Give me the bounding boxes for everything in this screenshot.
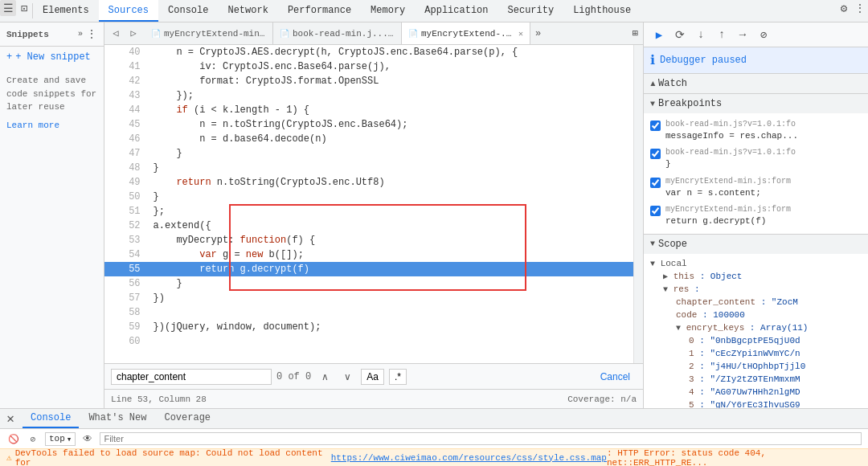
bp-2-code: } xyxy=(665,158,796,170)
console-close-icon[interactable]: ✕ xyxy=(3,411,18,426)
code-line-56: 56 } xyxy=(104,276,643,291)
tab-performance[interactable]: Performance xyxy=(278,0,361,22)
search-cancel-btn[interactable]: Cancel xyxy=(594,370,637,384)
add-snippet-button[interactable]: + + New snippet xyxy=(0,47,104,67)
scope-this[interactable]: ▶ this : Object xyxy=(663,270,862,283)
debug-step-btn[interactable]: → xyxy=(734,26,751,43)
debug-step-out-btn[interactable]: ↑ xyxy=(713,26,731,43)
code-line-46: 46 n = d.base64.decode(n) xyxy=(104,132,643,146)
breakpoint-4: myEncrytExtend-min.js:form return g.decr… xyxy=(650,202,862,230)
scope-key-5: 5 : "gN/Y6rEc3IhvuSG9 xyxy=(689,399,862,408)
bp-4-code: return g.decrypt(f) xyxy=(665,215,791,227)
bottom-tab-whats-new[interactable]: What's New xyxy=(80,409,154,428)
scope-section: ▼ Scope ▼ Local ▶ this : Object xyxy=(644,235,868,408)
tab-application[interactable]: Application xyxy=(415,0,497,22)
tab-memory[interactable]: Memory xyxy=(361,0,415,22)
snippets-more-btn[interactable]: » xyxy=(78,30,83,39)
status-coverage: Coverage: n/a xyxy=(567,394,637,404)
debug-pause-btn[interactable]: ▶ xyxy=(650,26,668,43)
bp-4-checkbox[interactable] xyxy=(650,206,661,216)
scope-encryt-keys[interactable]: ▼ encryt_keys : Array(11) xyxy=(676,321,862,334)
search-prev-btn[interactable]: ∧ xyxy=(316,368,334,386)
bp-4-file: myEncrytExtend-min.js:form xyxy=(665,204,791,215)
snippets-options-btn[interactable]: ⋮ xyxy=(86,27,97,41)
scope-label: Scope xyxy=(658,239,687,250)
console-toolbar: 🚫 ⊘ top ▾ 👁 xyxy=(0,429,868,448)
scope-res[interactable]: ▼ res : xyxy=(663,283,862,296)
debug-step-into-btn[interactable]: ↓ xyxy=(692,26,710,43)
bottom-tab-coverage[interactable]: Coverage xyxy=(156,409,219,428)
search-input[interactable] xyxy=(111,369,272,385)
console-filter-input[interactable] xyxy=(100,432,862,445)
tab-security[interactable]: Security xyxy=(498,0,564,22)
breakpoint-1: book-read-min.js?v=1.0.1:fo messageInfo … xyxy=(650,117,862,145)
breakpoint-2: book-read-min.js?v=1.0.1:fo } xyxy=(650,145,862,173)
scope-key-1: 1 : "cEcZYpi1nWVmYC/n xyxy=(689,347,862,360)
file-icon-3: 📄 xyxy=(408,29,418,39)
watch-section: ▶ Watch xyxy=(644,74,868,94)
debugger-toolbar: ▶ ⟳ ↓ ↑ → ⊘ xyxy=(644,22,868,47)
console-clear-btn[interactable]: 🚫 xyxy=(6,431,21,446)
search-regex-btn[interactable]: .* xyxy=(389,369,407,385)
tab-search-btn[interactable]: ⊞ xyxy=(628,22,643,44)
tab-file-2[interactable]: 📄 book-read-min.j....0.1:formatted xyxy=(273,22,402,44)
bp-2-checkbox[interactable] xyxy=(650,149,661,159)
more-tools-icon[interactable]: ⋮ xyxy=(852,0,868,16)
watch-label: Watch xyxy=(658,78,687,89)
breakpoints-content: book-read-min.js?v=1.0.1:fo messageInfo … xyxy=(644,113,868,234)
tab-back-btn[interactable]: ◁ xyxy=(108,26,124,42)
tab-network[interactable]: Network xyxy=(218,0,277,22)
devtools-menu-icon[interactable]: ☰ xyxy=(0,0,16,16)
code-line-45: 45 n = n.toString(CryptoJS.enc.Base64); xyxy=(104,117,643,132)
paused-icon: ℹ xyxy=(650,52,655,68)
code-line-54: 54 var g = new b([]); xyxy=(104,247,643,262)
console-filter-btn[interactable]: ⊘ xyxy=(26,431,40,446)
snippets-title: Snippets xyxy=(6,30,75,39)
bp-3-checkbox[interactable] xyxy=(650,178,661,188)
console-context-select[interactable]: top ▾ xyxy=(45,432,76,446)
editor-scrollbar[interactable] xyxy=(633,45,643,363)
settings-icon[interactable]: ⚙ xyxy=(836,0,852,16)
watch-header[interactable]: ▶ Watch xyxy=(644,74,868,93)
bp-3-code: var n = s.content; xyxy=(665,187,791,199)
bottom-tab-console[interactable]: Console xyxy=(23,409,79,428)
snippets-empty-text: Create and save code snippets for later … xyxy=(0,67,104,121)
debug-deactivate-btn[interactable]: ⊘ xyxy=(755,26,772,43)
top-navigation: ☰ ⊡ Elements Sources Console Network Per… xyxy=(0,0,868,22)
scope-local-header[interactable]: ▼ Local xyxy=(650,257,862,270)
tabs-overflow-btn[interactable]: » xyxy=(530,22,546,44)
bp-3-file: myEncrytExtend-min.js:form xyxy=(665,176,791,187)
breakpoints-header[interactable]: ▼ Breakpoints xyxy=(644,94,868,113)
scope-header[interactable]: ▼ Scope xyxy=(644,235,868,254)
code-line-60: 60 xyxy=(104,334,643,349)
tab-close-btn[interactable]: ✕ xyxy=(518,29,523,39)
debug-step-over-btn[interactable]: ⟳ xyxy=(671,26,689,43)
tab-sources[interactable]: Sources xyxy=(99,0,158,22)
code-line-52: 52 a.extend({ xyxy=(104,219,643,233)
paused-text: Debugger paused xyxy=(660,55,747,66)
bp-1-checkbox[interactable] xyxy=(650,121,661,131)
code-line-57: 57 }) xyxy=(104,291,643,305)
search-next-btn[interactable]: ∨ xyxy=(338,368,356,386)
learn-more-link[interactable]: Learn more xyxy=(0,121,104,130)
tab-console[interactable]: Console xyxy=(158,0,218,22)
tab-elements[interactable]: Elements xyxy=(33,0,99,22)
devtools-dock-icon[interactable]: ⊡ xyxy=(16,0,32,16)
scope-chapter-content: chapter_content : "ZocM xyxy=(676,296,862,309)
search-match-case-btn[interactable]: Aa xyxy=(361,369,384,385)
code-line-55: 55 return g.decrypt(f) xyxy=(104,262,643,276)
status-bar: Line 53, Column 28 Coverage: n/a xyxy=(104,389,643,408)
tab-file-1[interactable]: 📄 myEncrytExtend-min.js xyxy=(145,22,273,44)
code-line-44: 44 if (i < k.length - 1) { xyxy=(104,103,643,117)
error-link[interactable]: https://www.ciweimao.com/resources/css/s… xyxy=(331,453,607,463)
watch-arrow: ▶ xyxy=(648,81,657,86)
code-editor[interactable]: 40 n = CryptoJS.AES.decrypt(h, CryptoJS.… xyxy=(104,45,643,363)
error-text: DevTools failed to load source map: Coul… xyxy=(15,448,331,467)
console-eye-btn[interactable]: 👁 xyxy=(80,431,95,446)
tab-forward-btn[interactable]: ▷ xyxy=(125,26,141,42)
scope-arrow: ▼ xyxy=(650,239,655,248)
tab-lighthouse[interactable]: Lighthouse xyxy=(563,0,641,22)
tab-file-3[interactable]: 📄 myEncrytExtend-...n.js:formatted ✕ xyxy=(402,22,530,44)
code-line-47: 47 } xyxy=(104,146,643,161)
breakpoints-section: ▼ Breakpoints book-read-min.js?v=1.0.1:f… xyxy=(644,94,868,235)
